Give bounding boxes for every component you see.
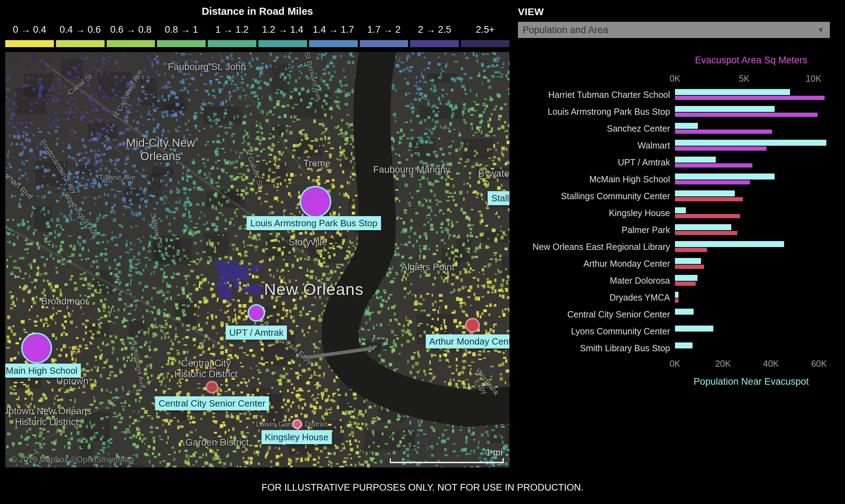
- evacuspot-label-chip: Louis Armstrong Park Bus Stop: [247, 216, 381, 230]
- map[interactable]: Faubourg St. JohnCanal StN Carrollton Av…: [5, 52, 509, 467]
- table-row: Kingsley House: [518, 204, 834, 221]
- table-row: Walmart: [518, 137, 834, 154]
- population-bar[interactable]: [675, 241, 784, 247]
- row-label: Walmart: [518, 137, 675, 154]
- legend-item[interactable]: 0.6 → 0.8: [107, 24, 155, 47]
- legend-color-swatch: [5, 40, 54, 47]
- legend-item-label: 1.7 → 2: [367, 24, 401, 35]
- table-row: Sanchez Center: [518, 120, 834, 137]
- row-label: McMain High School: [518, 171, 675, 188]
- axis-tick-label: 60K: [811, 359, 827, 369]
- evacuspot-label-chip: Central City Senior Center: [155, 396, 269, 410]
- area-bar[interactable]: [675, 163, 752, 168]
- population-bar[interactable]: [675, 224, 731, 230]
- evacuspot-label-chip: Stallings Community Center: [488, 191, 509, 205]
- area-bar[interactable]: [675, 180, 750, 184]
- table-row: Central City Senior Center: [518, 306, 834, 323]
- legend-item-label: 1 → 1.2: [215, 24, 249, 35]
- area-bar[interactable]: [675, 113, 818, 117]
- legend-item[interactable]: 1.4 → 1.7: [309, 24, 358, 47]
- population-bar[interactable]: [675, 140, 826, 146]
- map-attribution[interactable]: © 2019 Mapbox ©OpenStreetMap: [11, 455, 133, 465]
- table-row: Dryades YMCA: [518, 289, 834, 306]
- evacuspot-label-chip: Kingsley House: [261, 430, 332, 444]
- scalebar-label: 1 mi: [486, 447, 502, 458]
- view-dropdown[interactable]: Population and Area ▼: [518, 22, 830, 38]
- population-bar[interactable]: [675, 292, 678, 298]
- area-bar[interactable]: [675, 146, 766, 151]
- row-label: Sanchez Center: [518, 120, 675, 137]
- population-bar[interactable]: [675, 157, 716, 163]
- evacuspot-marker[interactable]: [467, 319, 478, 331]
- legend-item[interactable]: 0.8 → 1: [157, 24, 206, 47]
- population-bar[interactable]: [675, 309, 694, 315]
- chevron-down-icon: ▼: [817, 26, 824, 34]
- legend-color-swatch: [309, 40, 358, 47]
- legend-item-label: 2.5+: [476, 24, 494, 35]
- area-bar[interactable]: [675, 265, 704, 269]
- population-bar[interactable]: [675, 123, 698, 129]
- table-row: UPT / Amtrak: [518, 154, 834, 171]
- evacuspot-label-chip: McMain High School: [5, 364, 81, 378]
- table-row: Mater Dolorosa: [518, 272, 834, 289]
- area-bar[interactable]: [675, 130, 772, 134]
- table-row: New Orleans East Regional Library: [518, 238, 834, 255]
- population-bar[interactable]: [675, 275, 697, 281]
- axis-tick-label: 40K: [763, 359, 779, 369]
- legend-item[interactable]: 1 → 1.2: [208, 24, 256, 47]
- area-bar[interactable]: [675, 214, 740, 218]
- evacuspot-marker[interactable]: [207, 382, 217, 392]
- legend-color-swatch: [157, 40, 206, 47]
- legend-item[interactable]: 2 → 2.5: [410, 24, 459, 47]
- legend-color-swatch: [360, 40, 408, 47]
- row-label: Lyons Community Center: [518, 323, 675, 340]
- axis-tick-label: 20K: [715, 359, 731, 369]
- population-bar[interactable]: [675, 258, 701, 264]
- view-control: VIEW Population and Area ▼: [518, 6, 830, 38]
- population-bar[interactable]: [675, 326, 713, 332]
- population-axis-title: Population Near Evacuspot: [675, 376, 827, 387]
- row-label: Central City Senior Center: [518, 306, 675, 323]
- legend-item[interactable]: 0 → 0.4: [5, 24, 54, 47]
- population-bar[interactable]: [675, 342, 693, 348]
- area-bar[interactable]: [675, 282, 696, 286]
- table-row: McMain High School: [518, 171, 834, 188]
- area-bar[interactable]: [675, 96, 825, 100]
- evacuspot-label-chip: UPT / Amtrak: [226, 326, 287, 340]
- legend-color-swatch: [410, 40, 459, 47]
- view-dropdown-value: Population and Area: [522, 25, 608, 36]
- area-bar[interactable]: [675, 197, 743, 201]
- legend-item[interactable]: 2.5+: [461, 24, 509, 47]
- legend-item[interactable]: 1.2 → 1.4: [258, 24, 307, 47]
- legend-item[interactable]: 1.7 → 2: [360, 24, 408, 47]
- bottom-axis: 0K20K40K60K: [675, 357, 827, 371]
- population-bar[interactable]: [675, 89, 790, 95]
- legend-color-swatch: [107, 40, 155, 47]
- population-bar[interactable]: [675, 190, 735, 196]
- legend-color-swatch: [461, 40, 509, 47]
- row-label: Arthur Monday Center: [518, 255, 675, 272]
- legend-item-label: 0 → 0.4: [13, 24, 46, 35]
- table-row: Harriet Tubman Charter School: [518, 86, 834, 103]
- evacuspot-marker[interactable]: [294, 421, 301, 428]
- legend-item-label: 0.6 → 0.8: [110, 24, 151, 35]
- legend-color-swatch: [208, 40, 256, 47]
- row-label: Stallings Community Center: [518, 188, 675, 204]
- population-bar[interactable]: [675, 207, 686, 213]
- legend-title: Distance in Road Miles: [5, 6, 509, 17]
- evacuspot-marker[interactable]: [301, 187, 330, 216]
- evacuspot-marker[interactable]: [23, 334, 51, 362]
- area-bar[interactable]: [675, 248, 707, 252]
- row-label: Smith Library Bus Stop: [518, 340, 675, 357]
- axis-tick-label: 0K: [670, 74, 681, 84]
- area-bar[interactable]: [675, 298, 678, 303]
- population-bar[interactable]: [675, 174, 775, 179]
- evacuspot-marker[interactable]: [249, 305, 264, 320]
- population-bar[interactable]: [675, 106, 775, 112]
- area-bar[interactable]: [675, 231, 737, 235]
- legend-item[interactable]: 0.4 → 0.6: [56, 24, 105, 47]
- legend-color-swatch: [258, 40, 307, 47]
- map-scalebar: 1 mi: [390, 447, 504, 463]
- legend-color-swatch: [56, 40, 105, 47]
- legend-item-label: 0.4 → 0.6: [60, 24, 101, 35]
